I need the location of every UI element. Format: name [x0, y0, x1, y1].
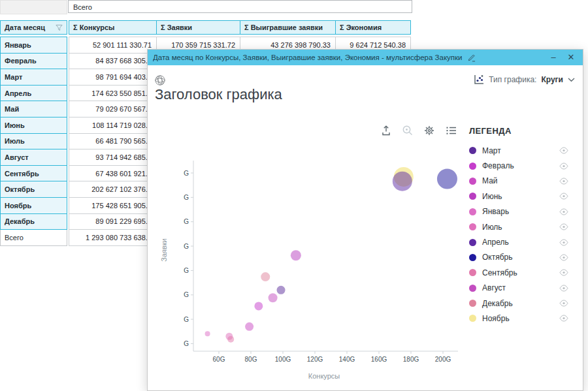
x-tick-label: 100G [275, 356, 291, 363]
value-cell-konkursy: 175 428 651 905.3 [69, 197, 157, 213]
bubble-Май[interactable] [245, 322, 253, 331]
y-tick-label: 400G [184, 218, 189, 225]
legend-item-Июль[interactable]: Июль [469, 219, 568, 234]
visibility-eye-icon[interactable] [559, 163, 568, 170]
legend-label: Январь [482, 207, 509, 216]
y-tick-label: 150G [184, 340, 189, 347]
chart-type-value: Круги [541, 75, 563, 84]
column-header-zayavki[interactable]: Σ Заявки [157, 21, 240, 35]
value-cell-konkursy: 89 091 229 695.9 [69, 213, 157, 230]
bubble-Январь[interactable] [205, 331, 210, 336]
chart-title: Заголовок графика [155, 86, 282, 103]
chart-toolbar [380, 125, 457, 136]
legend-item-Ноябрь[interactable]: Ноябрь [469, 311, 568, 326]
legend-list-icon[interactable] [445, 125, 457, 136]
y-tick-label: 500G [184, 170, 189, 177]
visibility-eye-icon[interactable] [559, 239, 568, 246]
legend-item-Сентябрь[interactable]: Сентябрь [469, 265, 568, 280]
month-cell[interactable]: Август [1, 149, 67, 166]
legend-label: Май [482, 176, 498, 185]
visibility-eye-icon[interactable] [559, 223, 568, 230]
bubble-Апрель[interactable] [393, 172, 412, 191]
table-header: Дата месяц Σ Конкурсы Σ Заявки Σ Выиграв… [0, 20, 411, 35]
visibility-eye-icon[interactable] [559, 269, 568, 276]
bubble-Август[interactable] [269, 293, 278, 302]
y-tick-label: 450G [184, 194, 189, 201]
value-cell-konkursy: 79 029 670 567.2 [69, 101, 157, 117]
chevron-down-icon[interactable] [568, 78, 575, 82]
month-cell[interactable]: Декабрь [1, 213, 67, 230]
month-cell[interactable]: Октябрь [1, 181, 67, 198]
legend-label: Октябрь [482, 253, 513, 262]
month-cell[interactable]: Февраль [1, 53, 67, 69]
legend-label: Март [482, 146, 501, 155]
legend-item-Октябрь[interactable]: Октябрь [469, 250, 568, 265]
legend-item-Апрель[interactable]: Апрель [469, 234, 568, 249]
filter-icon[interactable] [56, 24, 63, 31]
visibility-eye-icon[interactable] [559, 285, 568, 292]
table-corner-cell [0, 0, 67, 14]
month-cell[interactable]: Июль [1, 133, 67, 149]
legend-item-Июнь[interactable]: Июнь [469, 189, 568, 204]
column-header-date-label: Дата месяц [5, 23, 45, 31]
bubble-Июнь[interactable] [291, 250, 301, 260]
value-cell-konkursy: 98 791 694 403.8 [69, 69, 157, 86]
visibility-eye-icon[interactable] [559, 300, 568, 307]
legend-item-Март[interactable]: Март [469, 143, 568, 158]
dialog-titlebar[interactable]: Дата месяц по Конкурсы, Заявки, Выигравш… [148, 50, 583, 65]
column-header-economy[interactable]: Σ Экономия [336, 21, 411, 35]
month-cell[interactable]: Всего [1, 230, 67, 246]
y-tick-label: 200G [184, 316, 189, 323]
legend-item-Август[interactable]: Август [469, 281, 568, 296]
month-cell[interactable]: Сентябрь [1, 165, 67, 181]
value-cell-konkursy: 108 114 719 028.9 [69, 117, 157, 133]
legend-label: Август [482, 283, 506, 292]
x-tick-label: 200G [435, 356, 451, 363]
bubble-Сентябрь[interactable] [227, 336, 234, 343]
x-axis-title: Конкурсы [285, 372, 363, 381]
bubble-Октябрь[interactable] [437, 168, 457, 189]
settings-gear-icon[interactable] [423, 125, 435, 136]
legend-label: Ноябрь [482, 314, 510, 323]
month-cell[interactable]: Ноябрь [1, 197, 67, 213]
column-header-date[interactable]: Дата месяц [1, 21, 67, 35]
chart-type-selector[interactable]: Тип графика: Круги [474, 74, 575, 85]
bubble-Март[interactable] [277, 286, 286, 294]
column-header-winning[interactable]: Σ Выигравшие заявки [240, 21, 336, 35]
export-icon[interactable] [380, 125, 392, 136]
month-cell[interactable]: Март [1, 69, 67, 86]
bubble-Февраль[interactable] [254, 302, 263, 310]
legend-title: ЛЕГЕНДА [469, 126, 512, 136]
bubble-Декабрь[interactable] [261, 272, 270, 281]
multisphere-icon[interactable] [154, 74, 166, 86]
legend-item-Январь[interactable]: Январь [469, 204, 568, 219]
column-header-konkursy[interactable]: Σ Конкурсы [69, 21, 157, 35]
month-cell[interactable]: Июнь [1, 117, 67, 133]
zoom-icon[interactable] [402, 125, 414, 136]
legend-item-Февраль[interactable]: Февраль [469, 158, 568, 173]
app-root: { "table": { "corner": "", "top_total_la… [0, 0, 588, 391]
x-tick-label: 60G [213, 356, 225, 363]
visibility-eye-icon[interactable] [559, 315, 568, 322]
close-button[interactable]: ✕ [564, 50, 578, 65]
month-cell[interactable]: Май [1, 101, 67, 117]
value-cell-konkursy: 67 438 601 921.1 [69, 165, 157, 181]
month-cell[interactable]: Январь [1, 37, 67, 54]
legend-color-dot [469, 147, 476, 154]
value-cell-konkursy: 93 714 942 685.7 [69, 149, 157, 166]
visibility-eye-icon[interactable] [559, 193, 568, 200]
legend-item-Декабрь[interactable]: Декабрь [469, 296, 568, 311]
visibility-eye-icon[interactable] [559, 254, 568, 261]
edit-title-icon[interactable] [467, 54, 476, 62]
legend-label: Июль [482, 223, 502, 232]
visibility-eye-icon[interactable] [559, 147, 568, 154]
x-tick-label: 120G [307, 356, 323, 363]
table-total-header: Всего [68, 0, 412, 13]
visibility-eye-icon[interactable] [559, 208, 568, 215]
value-cell-konkursy: 66 481 790 565.4 [69, 133, 157, 149]
visibility-eye-icon[interactable] [559, 178, 568, 185]
minimize-button[interactable]: – [547, 50, 560, 65]
month-cell[interactable]: Апрель [1, 85, 67, 101]
legend-item-Май[interactable]: Май [469, 174, 568, 189]
scatter-type-icon [474, 74, 484, 85]
